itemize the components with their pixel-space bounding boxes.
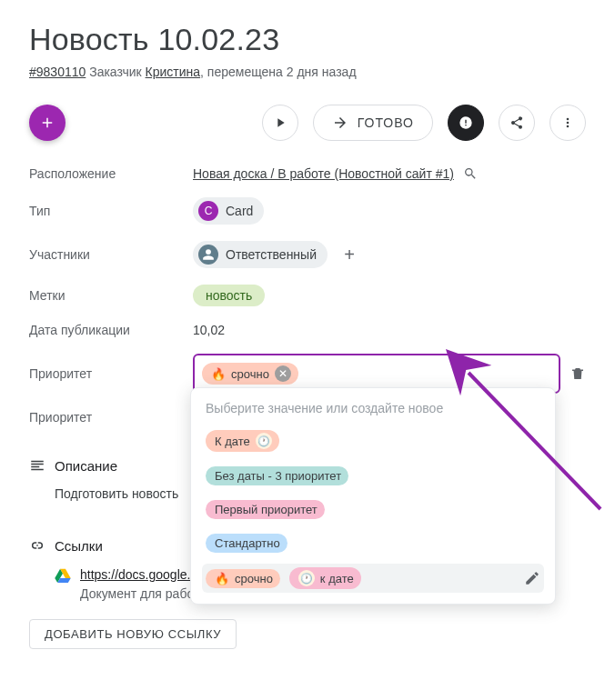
customer-label: Заказчик bbox=[89, 65, 142, 79]
task-id[interactable]: #9830110 bbox=[29, 65, 86, 79]
done-label: ГОТОВО bbox=[358, 115, 414, 130]
add-member-button[interactable]: + bbox=[337, 242, 362, 267]
delete-field-button[interactable] bbox=[570, 365, 586, 382]
edit-option-button[interactable] bbox=[524, 570, 540, 586]
priority2-label: Приоритет bbox=[29, 410, 193, 425]
done-button[interactable]: ГОТОВО bbox=[313, 105, 433, 141]
member-avatar bbox=[198, 245, 218, 265]
play-button[interactable] bbox=[262, 105, 298, 141]
option-label: К дате bbox=[215, 435, 250, 448]
option-label: срочно bbox=[235, 572, 273, 585]
google-drive-icon bbox=[55, 568, 71, 583]
clock-icon: 🕐 bbox=[298, 570, 315, 586]
priority-selected-label: срочно bbox=[231, 367, 269, 381]
location-label: Расположение bbox=[29, 166, 193, 181]
type-chip-label: Card bbox=[226, 204, 253, 218]
dropdown-option[interactable]: К дате 🕐 bbox=[202, 426, 544, 455]
doc-link[interactable]: https://docs.google.c bbox=[80, 567, 197, 582]
add-fab[interactable] bbox=[29, 105, 66, 141]
moved-text: , перемещена 2 дня назад bbox=[200, 65, 356, 79]
type-chip-avatar: C bbox=[198, 201, 218, 221]
clock-icon: 🕐 bbox=[256, 433, 272, 449]
dropdown-option[interactable]: Без даты - 3 приоритет bbox=[202, 463, 544, 489]
location-value[interactable]: Новая доска / В работе (Новостной сайт #… bbox=[193, 166, 454, 181]
dropdown-option[interactable]: Стандартно bbox=[202, 530, 544, 556]
option-label: Первый приоритет bbox=[206, 500, 325, 519]
tags-label: Метки bbox=[29, 288, 193, 303]
customer-name[interactable]: Кристина bbox=[146, 65, 201, 79]
fire-icon: 🔥 bbox=[211, 367, 226, 381]
search-icon[interactable] bbox=[463, 166, 478, 181]
add-link-button[interactable]: ДОБАВИТЬ НОВУЮ ССЫЛКУ bbox=[29, 619, 237, 649]
priority-dropdown[interactable]: Выберите значение или создайте новое К д… bbox=[190, 387, 556, 605]
member-chip-label: Ответственный bbox=[226, 247, 317, 262]
dropdown-option-selected[interactable]: 🔥 срочно 🕐 к дате bbox=[202, 564, 544, 593]
pubdate-value[interactable]: 10,02 bbox=[193, 323, 225, 337]
link-icon bbox=[29, 537, 45, 554]
tag-chip[interactable]: новость bbox=[193, 285, 265, 306]
share-button[interactable] bbox=[499, 105, 535, 141]
page-title: Новость 10.02.23 bbox=[29, 22, 586, 57]
remove-tag-button[interactable]: ✕ bbox=[275, 365, 291, 382]
members-label: Участники bbox=[29, 247, 193, 262]
pubdate-label: Дата публикации bbox=[29, 323, 193, 337]
links-heading-text: Ссылки bbox=[55, 538, 103, 554]
priority-label: Приоритет bbox=[29, 366, 193, 381]
alert-button[interactable] bbox=[448, 105, 484, 141]
option-label: Без даты - 3 приоритет bbox=[206, 466, 348, 485]
dropdown-hint: Выберите значение или создайте новое bbox=[206, 401, 540, 415]
doc-caption: Документ для работ bbox=[80, 586, 199, 601]
arrow-right-icon bbox=[332, 115, 348, 131]
fire-icon: 🔥 bbox=[215, 572, 229, 585]
meta-line: #9830110 Заказчик Кристина, перемещена 2… bbox=[29, 65, 586, 79]
more-button[interactable] bbox=[549, 105, 586, 141]
member-chip[interactable]: Ответственный bbox=[193, 241, 328, 268]
dropdown-option[interactable]: Первый приоритет bbox=[202, 496, 544, 523]
option-label: к дате bbox=[320, 572, 354, 585]
priority-selected-tag[interactable]: 🔥 срочно ✕ bbox=[202, 363, 298, 385]
type-chip[interactable]: C Card bbox=[193, 197, 264, 225]
description-heading-text: Описание bbox=[55, 458, 117, 474]
option-label: Стандартно bbox=[206, 534, 287, 553]
description-icon bbox=[29, 457, 45, 474]
type-label: Тип bbox=[29, 204, 193, 218]
